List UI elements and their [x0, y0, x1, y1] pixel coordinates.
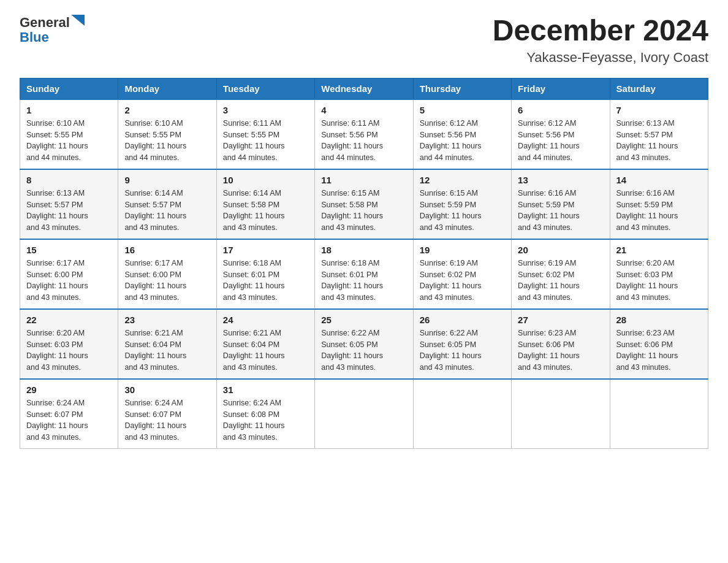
day-number: 4	[321, 105, 406, 115]
day-number: 9	[124, 175, 210, 185]
day-info: Sunrise: 6:21 AMSunset: 6:04 PMDaylight:…	[124, 327, 210, 373]
calendar-cell: 5Sunrise: 6:12 AMSunset: 5:56 PMDaylight…	[413, 99, 511, 169]
day-info: Sunrise: 6:22 AMSunset: 6:05 PMDaylight:…	[321, 327, 406, 373]
calendar-cell	[413, 379, 511, 449]
day-number: 14	[616, 175, 702, 185]
calendar-cell: 22Sunrise: 6:20 AMSunset: 6:03 PMDayligh…	[20, 309, 118, 379]
calendar-cell: 26Sunrise: 6:22 AMSunset: 6:05 PMDayligh…	[413, 309, 511, 379]
day-number: 19	[420, 245, 505, 255]
day-info: Sunrise: 6:17 AMSunset: 6:00 PMDaylight:…	[124, 258, 210, 304]
calendar-cell: 8Sunrise: 6:13 AMSunset: 5:57 PMDaylight…	[20, 169, 118, 239]
day-info: Sunrise: 6:15 AMSunset: 5:58 PMDaylight:…	[321, 188, 406, 234]
calendar-cell: 16Sunrise: 6:17 AMSunset: 6:00 PMDayligh…	[118, 239, 216, 309]
day-number: 16	[124, 245, 210, 255]
day-info: Sunrise: 6:24 AMSunset: 6:07 PMDaylight:…	[26, 397, 112, 443]
day-number: 30	[124, 385, 210, 395]
calendar-cell: 6Sunrise: 6:12 AMSunset: 5:56 PMDaylight…	[512, 99, 610, 169]
day-number: 5	[420, 105, 505, 115]
day-number: 11	[321, 175, 406, 185]
day-info: Sunrise: 6:11 AMSunset: 5:55 PMDaylight:…	[223, 118, 308, 164]
day-info: Sunrise: 6:18 AMSunset: 6:01 PMDaylight:…	[223, 258, 308, 304]
weekday-header-sunday: Sunday	[20, 78, 118, 99]
day-info: Sunrise: 6:16 AMSunset: 5:59 PMDaylight:…	[518, 188, 603, 234]
calendar-table: SundayMondayTuesdayWednesdayThursdayFrid…	[20, 78, 708, 449]
week-row-5: 29Sunrise: 6:24 AMSunset: 6:07 PMDayligh…	[20, 379, 708, 449]
calendar-cell: 21Sunrise: 6:20 AMSunset: 6:03 PMDayligh…	[610, 239, 708, 309]
day-number: 13	[518, 175, 603, 185]
calendar-cell: 29Sunrise: 6:24 AMSunset: 6:07 PMDayligh…	[20, 379, 118, 449]
day-number: 22	[26, 315, 112, 325]
day-info: Sunrise: 6:19 AMSunset: 6:02 PMDaylight:…	[420, 258, 505, 304]
calendar-cell: 1Sunrise: 6:10 AMSunset: 5:55 PMDaylight…	[20, 99, 118, 169]
day-info: Sunrise: 6:10 AMSunset: 5:55 PMDaylight:…	[26, 118, 112, 164]
day-info: Sunrise: 6:23 AMSunset: 6:06 PMDaylight:…	[518, 327, 603, 373]
weekday-header-thursday: Thursday	[413, 78, 511, 99]
day-number: 26	[420, 315, 505, 325]
week-row-4: 22Sunrise: 6:20 AMSunset: 6:03 PMDayligh…	[20, 309, 708, 379]
week-row-1: 1Sunrise: 6:10 AMSunset: 5:55 PMDaylight…	[20, 99, 708, 169]
day-info: Sunrise: 6:15 AMSunset: 5:59 PMDaylight:…	[420, 188, 505, 234]
day-info: Sunrise: 6:13 AMSunset: 5:57 PMDaylight:…	[26, 188, 112, 234]
logo-arrow-icon	[71, 15, 85, 28]
weekday-header-wednesday: Wednesday	[315, 78, 413, 99]
day-number: 3	[223, 105, 308, 115]
calendar-cell: 20Sunrise: 6:19 AMSunset: 6:02 PMDayligh…	[512, 239, 610, 309]
weekday-header-friday: Friday	[512, 78, 610, 99]
title-block: December 2024 Yakasse-Feyasse, Ivory Coa…	[493, 15, 708, 66]
day-number: 31	[223, 385, 308, 395]
day-number: 17	[223, 245, 308, 255]
day-info: Sunrise: 6:23 AMSunset: 6:06 PMDaylight:…	[616, 327, 702, 373]
calendar-cell: 23Sunrise: 6:21 AMSunset: 6:04 PMDayligh…	[118, 309, 216, 379]
logo-general-text: General	[20, 15, 70, 31]
day-number: 28	[616, 315, 702, 325]
day-info: Sunrise: 6:20 AMSunset: 6:03 PMDaylight:…	[26, 327, 112, 373]
day-number: 8	[26, 175, 112, 185]
day-info: Sunrise: 6:12 AMSunset: 5:56 PMDaylight:…	[420, 118, 505, 164]
day-info: Sunrise: 6:11 AMSunset: 5:56 PMDaylight:…	[321, 118, 406, 164]
day-info: Sunrise: 6:14 AMSunset: 5:57 PMDaylight:…	[124, 188, 210, 234]
weekday-header-tuesday: Tuesday	[216, 78, 314, 99]
weekday-header-saturday: Saturday	[610, 78, 708, 99]
day-info: Sunrise: 6:22 AMSunset: 6:05 PMDaylight:…	[420, 327, 505, 373]
calendar-cell: 19Sunrise: 6:19 AMSunset: 6:02 PMDayligh…	[413, 239, 511, 309]
day-number: 20	[518, 245, 603, 255]
logo: General Blue	[20, 15, 85, 45]
calendar-cell	[610, 379, 708, 449]
calendar-cell: 10Sunrise: 6:14 AMSunset: 5:58 PMDayligh…	[216, 169, 314, 239]
day-number: 2	[124, 105, 210, 115]
day-info: Sunrise: 6:10 AMSunset: 5:55 PMDaylight:…	[124, 118, 210, 164]
calendar-cell: 31Sunrise: 6:24 AMSunset: 6:08 PMDayligh…	[216, 379, 314, 449]
day-info: Sunrise: 6:24 AMSunset: 6:07 PMDaylight:…	[124, 397, 210, 443]
calendar-cell: 7Sunrise: 6:13 AMSunset: 5:57 PMDaylight…	[610, 99, 708, 169]
calendar-cell: 4Sunrise: 6:11 AMSunset: 5:56 PMDaylight…	[315, 99, 413, 169]
page-header: General Blue December 2024 Yakasse-Feyas…	[20, 15, 708, 66]
calendar-cell: 13Sunrise: 6:16 AMSunset: 5:59 PMDayligh…	[512, 169, 610, 239]
day-number: 10	[223, 175, 308, 185]
day-info: Sunrise: 6:20 AMSunset: 6:03 PMDaylight:…	[616, 258, 702, 304]
calendar-cell: 11Sunrise: 6:15 AMSunset: 5:58 PMDayligh…	[315, 169, 413, 239]
day-number: 25	[321, 315, 406, 325]
week-row-3: 15Sunrise: 6:17 AMSunset: 6:00 PMDayligh…	[20, 239, 708, 309]
day-number: 24	[223, 315, 308, 325]
day-info: Sunrise: 6:18 AMSunset: 6:01 PMDaylight:…	[321, 258, 406, 304]
day-number: 1	[26, 105, 112, 115]
week-row-2: 8Sunrise: 6:13 AMSunset: 5:57 PMDaylight…	[20, 169, 708, 239]
day-number: 15	[26, 245, 112, 255]
calendar-cell: 25Sunrise: 6:22 AMSunset: 6:05 PMDayligh…	[315, 309, 413, 379]
calendar-cell: 9Sunrise: 6:14 AMSunset: 5:57 PMDaylight…	[118, 169, 216, 239]
day-number: 29	[26, 385, 112, 395]
calendar-cell: 12Sunrise: 6:15 AMSunset: 5:59 PMDayligh…	[413, 169, 511, 239]
weekday-header-monday: Monday	[118, 78, 216, 99]
day-number: 18	[321, 245, 406, 255]
day-info: Sunrise: 6:13 AMSunset: 5:57 PMDaylight:…	[616, 118, 702, 164]
day-number: 7	[616, 105, 702, 115]
day-info: Sunrise: 6:24 AMSunset: 6:08 PMDaylight:…	[223, 397, 308, 443]
day-number: 12	[420, 175, 505, 185]
day-number: 27	[518, 315, 603, 325]
day-number: 23	[124, 315, 210, 325]
calendar-cell: 15Sunrise: 6:17 AMSunset: 6:00 PMDayligh…	[20, 239, 118, 309]
day-info: Sunrise: 6:19 AMSunset: 6:02 PMDaylight:…	[518, 258, 603, 304]
svg-marker-0	[71, 15, 85, 26]
calendar-cell: 24Sunrise: 6:21 AMSunset: 6:04 PMDayligh…	[216, 309, 314, 379]
day-info: Sunrise: 6:16 AMSunset: 5:59 PMDaylight:…	[616, 188, 702, 234]
